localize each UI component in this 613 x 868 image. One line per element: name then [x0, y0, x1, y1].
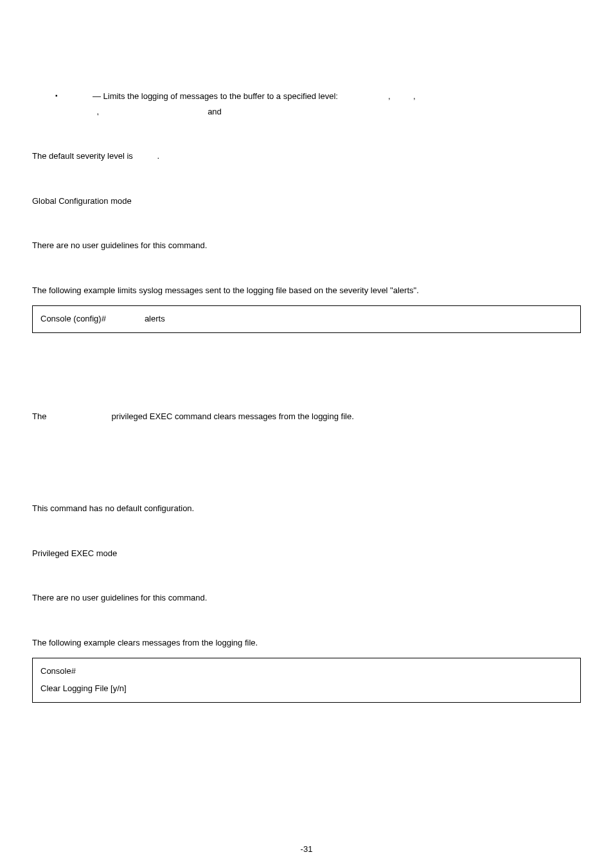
command-mode-2: Privileged EXEC mode — [32, 547, 581, 560]
example2-line1: Console# — [40, 665, 573, 678]
user-guidelines-1: There are no user guidelines for this co… — [32, 239, 581, 252]
bullet-text-pre: — Limits the logging of messages to the … — [93, 91, 338, 101]
default-severity-suffix: . — [157, 151, 159, 161]
bullet-text: level — Limits the logging of messages t… — [73, 90, 581, 103]
hidden-command-name: clear logging file — [49, 411, 109, 421]
example1-code-row: Console (config)# alerts — [40, 312, 573, 326]
hidden-level-1: emergencies — [341, 91, 388, 101]
clear-desc-prefix: The — [32, 411, 46, 421]
default-config-2: This command has no default configuratio… — [32, 502, 581, 515]
bullet-marker-icon: ▪ — [55, 90, 58, 102]
bullet-continuation: ▪ critical, errors warnings notification… — [55, 105, 581, 118]
comma-2: , — [413, 91, 416, 101]
hidden-default-level: errors — [135, 151, 157, 161]
command-mode-1: Global Configuration mode — [32, 195, 581, 208]
bullet-cont-text: critical, errors warnings notifications … — [73, 105, 581, 118]
example2-code-box: Console# Clear Logging File [y/n] — [32, 658, 581, 703]
bullet-item: ▪ level — Limits the logging of messages… — [55, 90, 581, 103]
hidden-level-5: debugging — [224, 107, 263, 116]
hidden-level-3: critical — [73, 107, 97, 116]
example1-arg: alerts — [145, 312, 165, 326]
page: ▪ level — Limits the logging of messages… — [0, 0, 613, 868]
comma-3: , — [96, 107, 99, 116]
comma-1: , — [388, 91, 391, 101]
example1-code-box: Console (config)# alerts — [32, 305, 581, 333]
example1-prompt: Console (config)# — [40, 312, 106, 326]
user-guidelines-2: There are no user guidelines for this co… — [32, 592, 581, 604]
clear-desc-suffix: privileged EXEC command clears messages … — [112, 411, 354, 421]
example1-intro: The following example limits syslog mess… — [32, 284, 581, 297]
default-severity-line: The default severity level is errors. — [32, 150, 581, 163]
hidden-param: level — [73, 91, 91, 101]
example2-line2: Clear Logging File [y/n] — [40, 682, 573, 696]
clear-logging-desc: The clear logging file privileged EXEC c… — [32, 410, 581, 423]
default-severity-prefix: The default severity level is — [32, 151, 133, 161]
example2-intro: The following example clears messages fr… — [32, 637, 581, 649]
page-number: -31 — [0, 844, 613, 854]
hidden-level-4: errors warnings notifications — [102, 107, 206, 116]
and-word: and — [208, 107, 222, 116]
hidden-level-2: alerts — [393, 91, 413, 101]
